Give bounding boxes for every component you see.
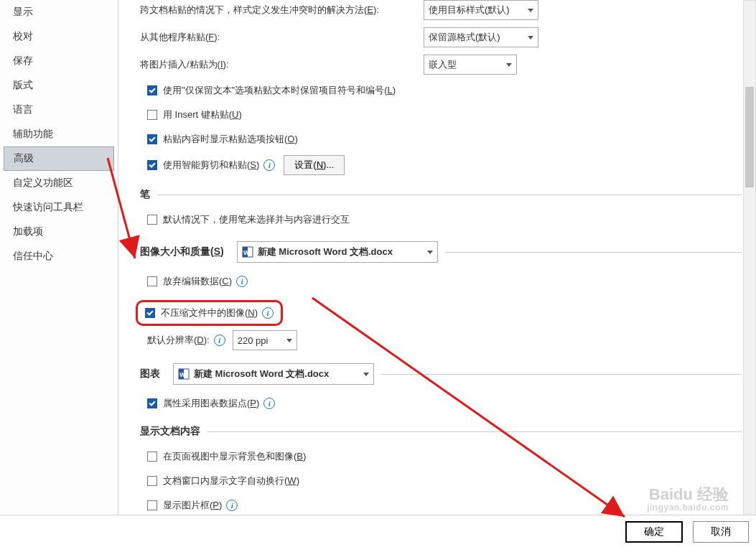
- show-bg-color-checkbox[interactable]: [147, 452, 157, 462]
- chart-datapoints-label: 属性采用图表数据点(P): [163, 397, 259, 410]
- default-resolution-label: 默认分辨率(D):: [147, 334, 210, 347]
- wrap-text-checkbox[interactable]: [147, 476, 157, 486]
- info-icon[interactable]: i: [236, 276, 248, 287]
- word-doc-icon: W: [242, 246, 253, 258]
- sidebar-item-customize-ribbon[interactable]: 自定义功能区: [0, 171, 118, 195]
- sidebar-item-trust-center[interactable]: 信任中心: [0, 244, 118, 268]
- sidebar-item-save[interactable]: 保存: [0, 49, 118, 73]
- scrollbar-thumb[interactable]: [745, 87, 754, 187]
- settings-button[interactable]: 设置(N)...: [284, 155, 345, 175]
- show-picture-frame-checkbox[interactable]: [147, 500, 157, 510]
- other-program-paste-select[interactable]: 保留源格式(默认): [424, 27, 538, 47]
- cross-doc-paste-select[interactable]: 使用目标样式(默认): [424, 0, 538, 20]
- no-compress-images-label: 不压缩文件中的图像(N): [161, 307, 258, 319]
- default-resolution-select[interactable]: 220 ppi: [233, 330, 297, 350]
- dialog-footer: 确定 取消: [625, 521, 749, 543]
- chevron-down-icon: [286, 339, 292, 342]
- keep-bullets-label: 使用"仅保留文本"选项粘贴文本时保留项目符号和编号(L): [163, 84, 396, 97]
- sidebar-nav: 显示 校对 保存 版式 语言 辅助功能 高级 自定义功能区 快速访问工具栏 加载…: [0, 0, 118, 515]
- info-icon[interactable]: i: [214, 335, 225, 346]
- cross-doc-paste-label: 跨文档粘贴的情况下，样式定义发生冲突时的解决方法(E):: [140, 4, 424, 17]
- other-program-paste-label: 从其他程序粘贴(F):: [140, 31, 424, 44]
- smart-cut-paste-checkbox[interactable]: [147, 160, 157, 170]
- insert-picture-as-label: 将图片插入/粘贴为(I):: [140, 58, 424, 71]
- svg-text:W: W: [243, 249, 250, 256]
- info-icon[interactable]: i: [262, 307, 274, 319]
- svg-text:W: W: [179, 371, 186, 378]
- sidebar-item-display[interactable]: 显示: [0, 0, 118, 24]
- show-bg-color-label: 在页面视图中显示背景色和图像(B): [163, 450, 306, 463]
- content-panel: 跨文档粘贴的情况下，样式定义发生冲突时的解决方法(E): 使用目标样式(默认) …: [118, 0, 756, 515]
- pen-default-checkbox[interactable]: [147, 215, 157, 225]
- vertical-scrollbar[interactable]: [743, 0, 756, 515]
- word-doc-icon: W: [178, 368, 190, 380]
- chevron-down-icon: [528, 36, 533, 39]
- info-icon[interactable]: i: [226, 500, 238, 511]
- no-compress-images-checkbox[interactable]: [145, 308, 155, 318]
- section-header-chart: 图表 W 新建 Microsoft Word 文档.docx: [140, 363, 742, 385]
- smart-cut-paste-label: 使用智能剪切和粘贴(S): [163, 159, 259, 172]
- chevron-down-icon: [506, 63, 512, 67]
- keep-bullets-checkbox[interactable]: [147, 85, 157, 95]
- section-header-image: 图像大小和质量(S) W 新建 Microsoft Word 文档.docx: [140, 241, 742, 263]
- insert-key-paste-label: 用 Insert 键粘贴(U): [163, 108, 242, 121]
- section-header-pen: 笔: [140, 188, 742, 201]
- discard-edit-data-label: 放弃编辑数据(C): [163, 275, 232, 288]
- insert-picture-as-select[interactable]: 嵌入型: [424, 55, 517, 75]
- pen-default-label: 默认情况下，使用笔来选择并与内容进行交互: [163, 213, 350, 226]
- chart-document-select[interactable]: W 新建 Microsoft Word 文档.docx: [173, 363, 374, 385]
- info-icon[interactable]: i: [263, 159, 275, 171]
- image-document-select[interactable]: W 新建 Microsoft Word 文档.docx: [237, 241, 438, 263]
- sidebar-item-advanced[interactable]: 高级: [4, 146, 114, 171]
- show-paste-options-checkbox[interactable]: [147, 134, 157, 144]
- info-icon[interactable]: i: [263, 398, 275, 409]
- sidebar-item-addins[interactable]: 加载项: [0, 220, 118, 244]
- discard-edit-data-checkbox[interactable]: [147, 276, 157, 286]
- sidebar-item-quick-access[interactable]: 快速访问工具栏: [0, 195, 118, 220]
- chart-datapoints-checkbox[interactable]: [147, 398, 157, 408]
- chevron-down-icon: [528, 9, 533, 12]
- chevron-down-icon: [427, 251, 433, 254]
- sidebar-item-accessibility[interactable]: 辅助功能: [0, 122, 118, 146]
- insert-key-paste-checkbox[interactable]: [147, 110, 157, 120]
- show-paste-options-label: 粘贴内容时显示粘贴选项按钮(O): [163, 133, 298, 146]
- show-picture-frame-label: 显示图片框(P): [163, 499, 222, 512]
- wrap-text-label: 文档窗口内显示文字自动换行(W): [163, 474, 299, 487]
- sidebar-item-language[interactable]: 语言: [0, 98, 118, 122]
- ok-button[interactable]: 确定: [625, 521, 683, 543]
- section-header-display-content: 显示文档内容: [140, 425, 742, 438]
- cancel-button[interactable]: 取消: [693, 521, 749, 543]
- sidebar-item-layout[interactable]: 版式: [0, 73, 118, 98]
- chevron-down-icon: [363, 373, 369, 376]
- sidebar-item-proofing[interactable]: 校对: [0, 24, 118, 49]
- highlight-annotation: 不压缩文件中的图像(N) i: [136, 300, 283, 326]
